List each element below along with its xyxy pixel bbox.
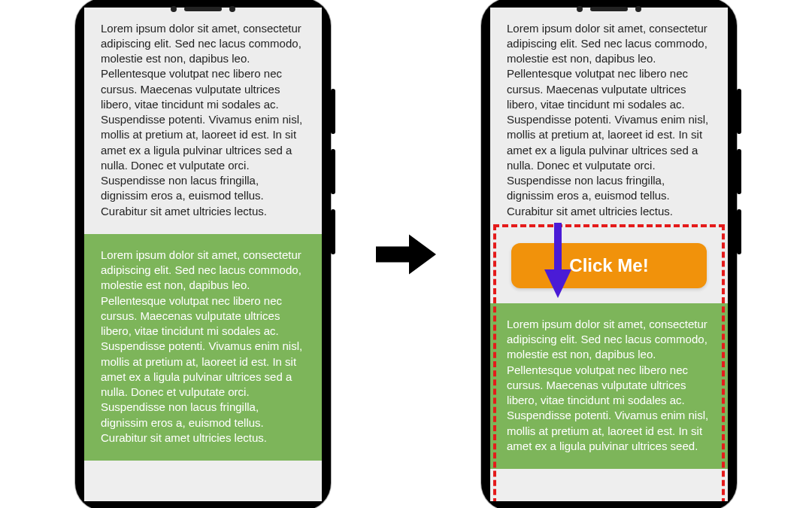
text-block-bottom: Lorem ipsum dolor sit amet, consectetur …	[84, 234, 322, 461]
diagram-stage: Lorem ipsum dolor sit amet, consectetur …	[0, 0, 812, 508]
inserted-ad-slot: Click Me!	[490, 234, 728, 303]
text-block-top: Lorem ipsum dolor sit amet, consectetur …	[84, 8, 322, 234]
phone-notch	[171, 6, 235, 12]
phone-notch	[577, 6, 641, 12]
phone-after-screen: Lorem ipsum dolor sit amet, consectetur …	[490, 8, 728, 501]
text-block-top: Lorem ipsum dolor sit amet, consectetur …	[490, 8, 728, 234]
phone-after: Lorem ipsum dolor sit amet, consectetur …	[481, 0, 737, 508]
transition-arrow-icon	[376, 224, 436, 284]
text-block-bottom-shifted: Lorem ipsum dolor sit amet, consectetur …	[490, 303, 728, 469]
phone-before-screen: Lorem ipsum dolor sit amet, consectetur …	[84, 8, 322, 501]
ad-click-me-button[interactable]: Click Me!	[511, 243, 707, 288]
phone-before: Lorem ipsum dolor sit amet, consectetur …	[75, 0, 331, 508]
